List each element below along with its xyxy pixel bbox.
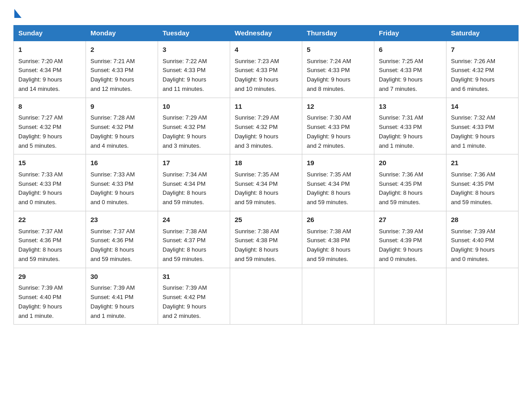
day-info: Sunrise: 7:29 AM Sunset: 4:32 PM Dayligh… xyxy=(235,113,297,150)
calendar-cell: 21 Sunrise: 7:36 AM Sunset: 4:35 PM Dayl… xyxy=(446,154,519,211)
day-number: 23 xyxy=(90,215,153,225)
day-info: Sunrise: 7:29 AM Sunset: 4:32 PM Dayligh… xyxy=(163,113,225,150)
calendar-cell: 15 Sunrise: 7:33 AM Sunset: 4:33 PM Dayl… xyxy=(14,154,86,211)
calendar-cell: 9 Sunrise: 7:28 AM Sunset: 4:32 PM Dayli… xyxy=(86,98,158,154)
day-info: Sunrise: 7:30 AM Sunset: 4:33 PM Dayligh… xyxy=(307,113,369,150)
day-number: 26 xyxy=(307,215,369,225)
day-info: Sunrise: 7:20 AM Sunset: 4:34 PM Dayligh… xyxy=(18,57,81,94)
day-number: 17 xyxy=(163,158,225,168)
calendar-cell: 18 Sunrise: 7:35 AM Sunset: 4:34 PM Dayl… xyxy=(230,154,302,211)
week-row-2: 8 Sunrise: 7:27 AM Sunset: 4:32 PM Dayli… xyxy=(14,98,519,154)
day-number: 19 xyxy=(307,158,369,168)
day-number: 8 xyxy=(18,102,81,112)
calendar-cell: 1 Sunrise: 7:20 AM Sunset: 4:34 PM Dayli… xyxy=(14,41,86,98)
day-number: 11 xyxy=(235,102,297,112)
day-info: Sunrise: 7:22 AM Sunset: 4:33 PM Dayligh… xyxy=(163,57,225,94)
calendar-cell: 23 Sunrise: 7:37 AM Sunset: 4:36 PM Dayl… xyxy=(86,211,158,268)
calendar-cell: 22 Sunrise: 7:37 AM Sunset: 4:36 PM Dayl… xyxy=(14,211,86,268)
day-info: Sunrise: 7:34 AM Sunset: 4:34 PM Dayligh… xyxy=(163,170,225,207)
day-number: 28 xyxy=(451,215,514,225)
day-number: 6 xyxy=(379,45,442,55)
calendar-cell: 4 Sunrise: 7:23 AM Sunset: 4:33 PM Dayli… xyxy=(230,41,302,98)
day-info: Sunrise: 7:24 AM Sunset: 4:33 PM Dayligh… xyxy=(307,57,369,94)
calendar-cell: 29 Sunrise: 7:39 AM Sunset: 4:40 PM Dayl… xyxy=(14,268,86,325)
calendar-cell: 6 Sunrise: 7:25 AM Sunset: 4:33 PM Dayli… xyxy=(374,41,446,98)
logo xyxy=(13,9,21,16)
day-number: 18 xyxy=(235,158,297,168)
calendar-cell: 16 Sunrise: 7:33 AM Sunset: 4:33 PM Dayl… xyxy=(86,154,158,211)
day-number: 13 xyxy=(379,102,442,112)
calendar-cell: 31 Sunrise: 7:39 AM Sunset: 4:42 PM Dayl… xyxy=(158,268,230,325)
weekday-header-thursday: Thursday xyxy=(302,26,374,41)
day-info: Sunrise: 7:39 AM Sunset: 4:41 PM Dayligh… xyxy=(90,283,153,321)
calendar-cell: 11 Sunrise: 7:29 AM Sunset: 4:32 PM Dayl… xyxy=(230,98,302,154)
calendar-cell: 2 Sunrise: 7:21 AM Sunset: 4:33 PM Dayli… xyxy=(86,41,158,98)
day-info: Sunrise: 7:33 AM Sunset: 4:33 PM Dayligh… xyxy=(18,170,81,207)
day-info: Sunrise: 7:37 AM Sunset: 4:36 PM Dayligh… xyxy=(90,227,153,264)
calendar-cell: 17 Sunrise: 7:34 AM Sunset: 4:34 PM Dayl… xyxy=(158,154,230,211)
day-info: Sunrise: 7:37 AM Sunset: 4:36 PM Dayligh… xyxy=(18,227,81,264)
weekday-header-monday: Monday xyxy=(86,26,158,41)
day-number: 16 xyxy=(90,158,153,168)
calendar-table: SundayMondayTuesdayWednesdayThursdayFrid… xyxy=(13,25,519,325)
calendar-cell: 10 Sunrise: 7:29 AM Sunset: 4:32 PM Dayl… xyxy=(158,98,230,154)
calendar-cell: 14 Sunrise: 7:32 AM Sunset: 4:33 PM Dayl… xyxy=(446,98,519,154)
day-number: 30 xyxy=(90,272,153,282)
day-number: 5 xyxy=(307,45,369,55)
day-info: Sunrise: 7:35 AM Sunset: 4:34 PM Dayligh… xyxy=(235,170,297,207)
day-number: 15 xyxy=(18,158,81,168)
calendar-cell: 28 Sunrise: 7:39 AM Sunset: 4:40 PM Dayl… xyxy=(446,211,519,268)
day-number: 25 xyxy=(235,215,297,225)
weekday-header-saturday: Saturday xyxy=(446,26,519,41)
calendar-cell: 20 Sunrise: 7:36 AM Sunset: 4:35 PM Dayl… xyxy=(374,154,446,211)
day-number: 22 xyxy=(18,215,81,225)
day-number: 27 xyxy=(379,215,442,225)
calendar-cell: 3 Sunrise: 7:22 AM Sunset: 4:33 PM Dayli… xyxy=(158,41,230,98)
day-number: 3 xyxy=(163,45,225,55)
day-info: Sunrise: 7:31 AM Sunset: 4:33 PM Dayligh… xyxy=(379,113,442,150)
day-info: Sunrise: 7:32 AM Sunset: 4:33 PM Dayligh… xyxy=(451,113,514,150)
day-number: 29 xyxy=(18,272,81,282)
day-info: Sunrise: 7:38 AM Sunset: 4:38 PM Dayligh… xyxy=(235,227,297,264)
day-info: Sunrise: 7:28 AM Sunset: 4:32 PM Dayligh… xyxy=(90,113,153,150)
day-number: 21 xyxy=(451,158,514,168)
day-number: 20 xyxy=(379,158,442,168)
day-info: Sunrise: 7:38 AM Sunset: 4:38 PM Dayligh… xyxy=(307,227,369,264)
day-info: Sunrise: 7:39 AM Sunset: 4:40 PM Dayligh… xyxy=(451,227,514,264)
page-header xyxy=(13,9,519,16)
week-row-1: 1 Sunrise: 7:20 AM Sunset: 4:34 PM Dayli… xyxy=(14,41,519,98)
day-info: Sunrise: 7:36 AM Sunset: 4:35 PM Dayligh… xyxy=(451,170,514,207)
day-info: Sunrise: 7:39 AM Sunset: 4:42 PM Dayligh… xyxy=(163,283,225,321)
day-number: 1 xyxy=(18,45,81,55)
weekday-header-friday: Friday xyxy=(374,26,446,41)
day-info: Sunrise: 7:33 AM Sunset: 4:33 PM Dayligh… xyxy=(90,170,153,207)
week-row-5: 29 Sunrise: 7:39 AM Sunset: 4:40 PM Dayl… xyxy=(14,268,519,325)
calendar-cell: 19 Sunrise: 7:35 AM Sunset: 4:34 PM Dayl… xyxy=(302,154,374,211)
weekday-header-tuesday: Tuesday xyxy=(158,26,230,41)
day-number: 7 xyxy=(451,45,514,55)
day-number: 10 xyxy=(163,102,225,112)
day-info: Sunrise: 7:27 AM Sunset: 4:32 PM Dayligh… xyxy=(18,113,81,150)
day-info: Sunrise: 7:38 AM Sunset: 4:37 PM Dayligh… xyxy=(163,227,225,264)
logo-line1 xyxy=(13,9,21,18)
calendar-cell: 5 Sunrise: 7:24 AM Sunset: 4:33 PM Dayli… xyxy=(302,41,374,98)
week-row-4: 22 Sunrise: 7:37 AM Sunset: 4:36 PM Dayl… xyxy=(14,211,519,268)
calendar-cell: 13 Sunrise: 7:31 AM Sunset: 4:33 PM Dayl… xyxy=(374,98,446,154)
calendar-cell: 7 Sunrise: 7:26 AM Sunset: 4:32 PM Dayli… xyxy=(446,41,519,98)
week-row-3: 15 Sunrise: 7:33 AM Sunset: 4:33 PM Dayl… xyxy=(14,154,519,211)
day-info: Sunrise: 7:25 AM Sunset: 4:33 PM Dayligh… xyxy=(379,57,442,94)
day-number: 24 xyxy=(163,215,225,225)
calendar-cell: 27 Sunrise: 7:39 AM Sunset: 4:39 PM Dayl… xyxy=(374,211,446,268)
day-number: 9 xyxy=(90,102,153,112)
day-info: Sunrise: 7:39 AM Sunset: 4:40 PM Dayligh… xyxy=(18,283,81,321)
calendar-cell xyxy=(374,268,446,325)
weekday-header-row: SundayMondayTuesdayWednesdayThursdayFrid… xyxy=(14,26,519,41)
logo-arrow-icon xyxy=(14,9,21,18)
day-info: Sunrise: 7:21 AM Sunset: 4:33 PM Dayligh… xyxy=(90,57,153,94)
weekday-header-wednesday: Wednesday xyxy=(230,26,302,41)
day-info: Sunrise: 7:23 AM Sunset: 4:33 PM Dayligh… xyxy=(235,57,297,94)
calendar-cell xyxy=(230,268,302,325)
calendar-cell: 8 Sunrise: 7:27 AM Sunset: 4:32 PM Dayli… xyxy=(14,98,86,154)
calendar-cell xyxy=(302,268,374,325)
calendar-cell: 12 Sunrise: 7:30 AM Sunset: 4:33 PM Dayl… xyxy=(302,98,374,154)
